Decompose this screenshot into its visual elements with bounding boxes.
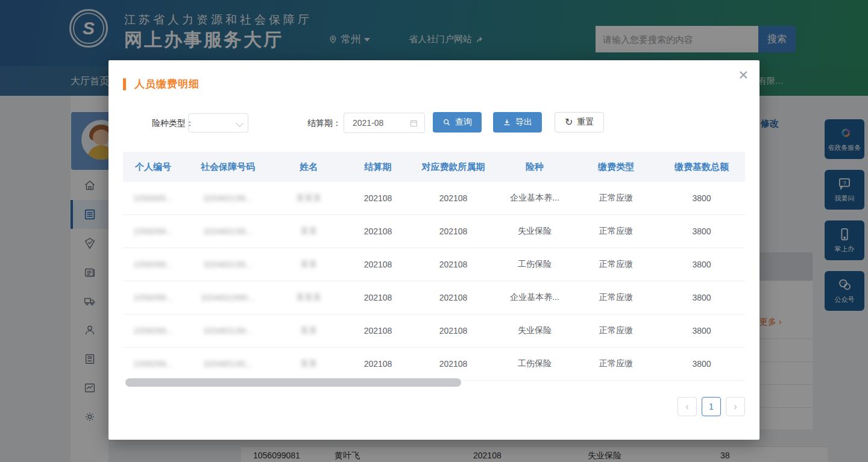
- close-icon[interactable]: ✕: [738, 69, 749, 81]
- query-button-label: 查询: [455, 117, 472, 128]
- cell-ssn: 320485190...: [183, 359, 272, 369]
- pagination-prev[interactable]: ‹: [678, 397, 697, 416]
- search-icon: [442, 118, 451, 126]
- export-button[interactable]: 导出: [493, 112, 542, 133]
- cell-name: 某某某: [272, 292, 345, 303]
- cell-personal-id: 1056099...: [123, 226, 183, 236]
- screen: S 江苏省人力资源和社会保障厅 网上办事服务大厅 常州 省人社门户网站 搜索 大…: [0, 0, 868, 462]
- query-button[interactable]: 查询: [433, 112, 482, 133]
- payment-detail-modal: ✕ 人员缴费明细 险种类型： 结算期： 2021-08 查询 导出 ↻ 重置: [108, 60, 760, 440]
- cell-base: 3800: [658, 326, 745, 336]
- cell-name: 某某: [272, 325, 345, 336]
- modal-title-row: 人员缴费明细: [123, 77, 200, 91]
- export-button-label: 导出: [515, 117, 532, 128]
- cell-personal-id: 1056995...: [123, 193, 183, 203]
- reset-icon: ↻: [565, 117, 573, 127]
- cell-base: 3800: [658, 359, 745, 369]
- cell-insurance: 失业保险: [495, 325, 574, 336]
- reset-button-label: 重置: [577, 117, 594, 128]
- table-row: 1056995... 320483199... 某某某 202108 20210…: [123, 182, 745, 215]
- cell-base: 3800: [658, 293, 745, 302]
- pagination-next[interactable]: ›: [726, 397, 745, 416]
- cell-name: 某某: [272, 259, 345, 270]
- col-header: 缴费基数总额: [658, 161, 745, 173]
- table-header-row: 个人编号 社会保障号码 姓名 结算期 对应费款所属期 险种 缴费类型 缴费基数总…: [123, 152, 745, 182]
- cell-insurance: 企业基本养...: [495, 193, 574, 204]
- cell-personal-id: 1056099...: [123, 260, 183, 269]
- cell-pay-type: 正常应缴: [574, 226, 658, 237]
- period-label: 结算期：: [307, 118, 341, 129]
- cell-fee-period: 202108: [411, 293, 495, 302]
- cell-fee-period: 202108: [411, 359, 495, 369]
- cell-period: 202108: [345, 359, 411, 369]
- col-header: 结算期: [345, 161, 411, 173]
- chevron-down-icon: [236, 119, 244, 127]
- col-header: 姓名: [272, 161, 345, 173]
- cell-period: 202108: [345, 193, 411, 203]
- calendar-icon: [409, 119, 418, 128]
- cell-base: 3800: [658, 193, 745, 203]
- cell-ssn: 320483199...: [183, 226, 272, 236]
- insurance-type-select[interactable]: [188, 113, 248, 133]
- cell-fee-period: 202108: [411, 260, 495, 269]
- cell-base: 3800: [658, 260, 745, 269]
- cell-pay-type: 正常应缴: [574, 358, 658, 369]
- cell-fee-period: 202108: [411, 226, 495, 236]
- cell-name: 某某某: [272, 193, 345, 204]
- cell-period: 202108: [345, 260, 411, 269]
- cell-personal-id: 1056099...: [123, 326, 183, 336]
- cell-insurance: 企业基本养...: [495, 292, 574, 303]
- table-row: 1056099... 320483199... 某某 202108 202108…: [123, 248, 745, 281]
- cell-personal-id: 1056099...: [123, 359, 183, 369]
- pagination-page-1[interactable]: 1: [702, 397, 721, 416]
- cell-pay-type: 正常应缴: [574, 325, 658, 336]
- cell-period: 202108: [345, 326, 411, 336]
- cell-period: 202108: [345, 226, 411, 236]
- payment-detail-table: 个人编号 社会保障号码 姓名 结算期 对应费款所属期 险种 缴费类型 缴费基数总…: [123, 152, 745, 381]
- col-header: 险种: [495, 161, 574, 173]
- reset-button[interactable]: ↻ 重置: [555, 112, 604, 133]
- table-row: 1056099... 320483199... 某某 202108 202108…: [123, 314, 745, 348]
- cell-insurance: 工伤保险: [495, 259, 574, 270]
- cell-fee-period: 202108: [411, 193, 495, 203]
- cell-pay-type: 正常应缴: [574, 259, 658, 270]
- col-header: 缴费类型: [574, 161, 658, 173]
- col-header: 社会保障号码: [183, 161, 272, 173]
- table-row: 1056099... 320485190... 某某 202108 202108…: [123, 348, 745, 381]
- col-header: 对应费款所属期: [411, 161, 495, 173]
- cell-pay-type: 正常应缴: [574, 292, 658, 303]
- cell-base: 3800: [658, 226, 745, 236]
- cell-fee-period: 202108: [411, 326, 495, 336]
- cell-insurance: 失业保险: [495, 226, 574, 237]
- cell-ssn: 3204831990...: [183, 293, 272, 302]
- cell-ssn: 320483199...: [183, 260, 272, 269]
- table-row: 1056099... 3204831990... 某某某 202108 2021…: [123, 281, 745, 314]
- table-row: 1056099... 320483199... 某某 202108 202108…: [123, 215, 745, 248]
- title-accent-bar: [123, 78, 126, 90]
- col-header: 个人编号: [123, 161, 183, 173]
- cell-name: 某某: [272, 226, 345, 237]
- cell-ssn: 320483199...: [183, 193, 272, 203]
- modal-title: 人员缴费明细: [134, 77, 200, 91]
- period-value: 2021-08: [344, 118, 409, 128]
- horizontal-scrollbar[interactable]: [125, 378, 461, 387]
- cell-period: 202108: [345, 293, 411, 302]
- cell-pay-type: 正常应缴: [574, 193, 658, 204]
- period-date-input[interactable]: 2021-08: [344, 113, 425, 133]
- download-icon: [503, 118, 511, 126]
- cell-personal-id: 1056099...: [123, 293, 183, 302]
- cell-insurance: 工伤保险: [495, 358, 574, 369]
- cell-ssn: 320483199...: [183, 326, 272, 336]
- cell-name: 某某: [272, 358, 345, 369]
